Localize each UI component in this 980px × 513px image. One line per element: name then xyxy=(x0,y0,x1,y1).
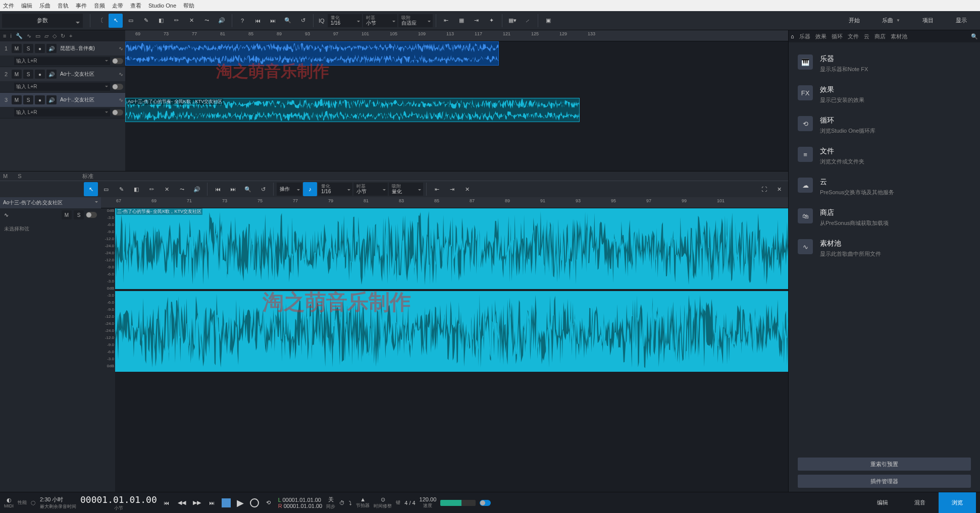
info-icon[interactable]: i xyxy=(10,33,11,39)
arrow-tool-icon[interactable]: ↖ xyxy=(109,14,123,28)
range-tool-icon[interactable]: ▭ xyxy=(124,14,138,28)
browser-item-fx[interactable]: FX 效果 显示已安装的效果 xyxy=(789,79,980,110)
input-selector[interactable]: 输入 L+R xyxy=(14,57,110,65)
iq-button[interactable]: IQ xyxy=(317,14,327,28)
editor-timebase[interactable]: 时基小节 xyxy=(353,183,388,196)
revert-icon[interactable]: ↺ xyxy=(256,182,270,196)
record-arm-button[interactable]: ● xyxy=(35,70,45,79)
solo-button[interactable]: S xyxy=(23,70,33,79)
tab-project[interactable]: 项目 xyxy=(911,11,945,30)
browser-tab-files[interactable]: 文件 xyxy=(848,33,859,40)
automation-icon[interactable]: ⟋ xyxy=(521,14,535,28)
list-icon[interactable]: ≡ xyxy=(3,33,6,39)
menu-help[interactable]: 帮助 xyxy=(183,2,194,10)
sync-value[interactable]: 关 xyxy=(328,496,334,503)
grid-view-icon[interactable]: ▦▾ xyxy=(505,14,520,28)
editor-link-toggle[interactable] xyxy=(86,212,97,218)
home-icon[interactable]: ⌂ xyxy=(791,33,794,39)
plugin-manager-button[interactable]: 插件管理器 xyxy=(798,475,971,488)
audio-clip-track3[interactable]: Ao十三-伤了心的节奏- 全民K歌，KTV交友社区 xyxy=(125,98,580,122)
solo-button[interactable]: S xyxy=(23,44,33,53)
editor-clip-selector[interactable]: Ao十三-伤了心的.交友社区 xyxy=(0,197,101,208)
range-tool-icon[interactable]: ▭ xyxy=(99,182,113,196)
wrench-icon[interactable]: 🔧 xyxy=(16,33,23,39)
bend-tool-icon[interactable]: ⤳ xyxy=(199,14,214,28)
search-icon[interactable]: 🔍 xyxy=(971,33,978,40)
skip-back-icon[interactable]: ⏮ xyxy=(211,182,225,196)
timesig-display[interactable]: 4 / 4 xyxy=(404,500,415,506)
listen-tool-icon[interactable]: 🔊 xyxy=(215,14,229,28)
browser-tab-instruments[interactable]: 乐器 xyxy=(799,33,810,40)
monitor-button[interactable]: 🔊 xyxy=(46,44,57,53)
video-icon[interactable]: ▣ xyxy=(541,14,555,28)
menu-edit[interactable]: 编辑 xyxy=(21,2,32,10)
snap-end-icon[interactable]: ⇥ xyxy=(445,182,459,196)
snap-end-icon[interactable]: ⇥ xyxy=(470,14,484,28)
pencil-tool-icon[interactable]: ✎ xyxy=(139,14,153,28)
tempo-display[interactable]: 120.00 xyxy=(420,496,437,502)
skip-fwd-icon[interactable]: ⏭ xyxy=(266,14,280,28)
monitor-button[interactable]: 🔊 xyxy=(46,95,57,104)
mute-button[interactable]: M xyxy=(12,95,22,104)
editor-mute-button[interactable]: M xyxy=(62,210,72,219)
editor-quantize[interactable]: 量化1/16 xyxy=(318,183,352,196)
browser-item-loop[interactable]: ⟲ 循环 浏览Studio One循环库 xyxy=(789,110,980,141)
editor-ruler[interactable]: 6769717375777981838587899193959799101 xyxy=(101,197,788,208)
editor-snap[interactable]: 吸附量化 xyxy=(389,183,423,196)
timeline-ruler[interactable]: 6973778185899397101105109113117121125129… xyxy=(125,30,788,41)
loop-range[interactable]: L 00001.01.01.00 R 00001.01.01.00 xyxy=(278,497,322,509)
autopunch-icon[interactable]: ⤵ xyxy=(349,500,352,506)
browser-item-piano[interactable]: 🎹 乐器 显示乐器和Note FX xyxy=(789,48,980,79)
paint-tool-icon[interactable]: ✏ xyxy=(169,14,183,28)
menu-song[interactable]: 乐曲 xyxy=(39,2,50,10)
tab-song[interactable]: 乐曲▼ xyxy=(871,11,911,30)
track-row[interactable]: 3 M S ● 🔊 Ao十..交友社区 ∿ 输入 L+R xyxy=(0,93,125,119)
performance-button[interactable]: 性能 xyxy=(18,499,27,506)
browser-item-files[interactable]: ≡ 文件 浏览文件或文件夹 xyxy=(789,141,980,172)
metronome-icon[interactable]: ▲ xyxy=(360,496,366,502)
mute-button[interactable]: M xyxy=(12,44,22,53)
loop-icon[interactable]: ↻ xyxy=(61,33,65,39)
preroll-icon[interactable]: ⏱ xyxy=(339,500,345,506)
browser-item-cloud[interactable]: ☁ 云 PreSonus交换市场及其他服务 xyxy=(789,172,980,202)
add-track-icon[interactable]: + xyxy=(69,33,72,39)
browser-item-shop[interactable]: 🛍 商店 从PreSonus商城获取加载项 xyxy=(789,202,980,233)
browser-tab-pool[interactable]: 素材池 xyxy=(891,33,907,40)
footer-marker[interactable]: 标准 xyxy=(82,173,93,180)
mute-button[interactable]: M xyxy=(12,70,22,79)
browser-tab-shop[interactable]: 商店 xyxy=(874,33,886,40)
snap-selector[interactable]: 吸附自适应 xyxy=(398,14,433,27)
tab-start[interactable]: 开始 xyxy=(838,11,871,30)
stop-button[interactable] xyxy=(222,498,231,507)
arrange-timeline[interactable]: 6973778185899397101105109113117121125129… xyxy=(125,30,788,171)
track-name[interactable]: 琵琶语..音伴奏) xyxy=(58,45,117,52)
solo-button[interactable]: S xyxy=(23,95,33,104)
track-row[interactable]: 2 M S ● 🔊 Ao十..交友社区 ∿ 输入 L+R xyxy=(0,67,125,93)
arrow-tool-icon[interactable]: ↖ xyxy=(84,182,98,196)
crossfade-icon[interactable]: ✕ xyxy=(460,182,474,196)
forward-end-icon[interactable]: ⏭ xyxy=(207,497,218,508)
timecode-display[interactable]: 00001.01.01.00 xyxy=(80,494,157,505)
listen-tool-icon[interactable]: 🔊 xyxy=(190,182,204,196)
action-selector[interactable]: 操作 xyxy=(277,183,302,196)
browser-tab-cloud[interactable]: 云 xyxy=(864,33,869,40)
menu-audio[interactable]: 音频 xyxy=(94,2,105,10)
track-name[interactable]: Ao十..交友社区 xyxy=(58,96,117,103)
snap-start-icon[interactable]: ⇤ xyxy=(430,182,444,196)
skip-fwd-icon[interactable]: ⏭ xyxy=(226,182,240,196)
track-name[interactable]: Ao十..交友社区 xyxy=(58,71,117,78)
input-toggle[interactable] xyxy=(112,109,123,116)
snap-event-icon[interactable]: ✦ xyxy=(485,14,499,28)
menu-transport[interactable]: 走带 xyxy=(112,2,123,10)
tab-browse[interactable]: 浏览 xyxy=(939,492,976,514)
footer-solo[interactable]: S xyxy=(18,173,21,179)
menu-view[interactable]: 查看 xyxy=(130,2,141,10)
record-arm-button[interactable]: ● xyxy=(35,44,45,53)
expand-icon[interactable]: ⛶ xyxy=(757,182,771,196)
tab-mix[interactable]: 混音 xyxy=(901,492,939,514)
browser-item-pool[interactable]: ∿ 素材池 显示此首歌曲中所用文件 xyxy=(789,233,980,264)
skip-back-icon[interactable]: ⏮ xyxy=(250,14,265,28)
group-icon[interactable]: ▭ xyxy=(35,33,40,39)
eraser-tool-icon[interactable]: ◧ xyxy=(154,14,168,28)
footer-mute[interactable]: M xyxy=(3,173,8,179)
